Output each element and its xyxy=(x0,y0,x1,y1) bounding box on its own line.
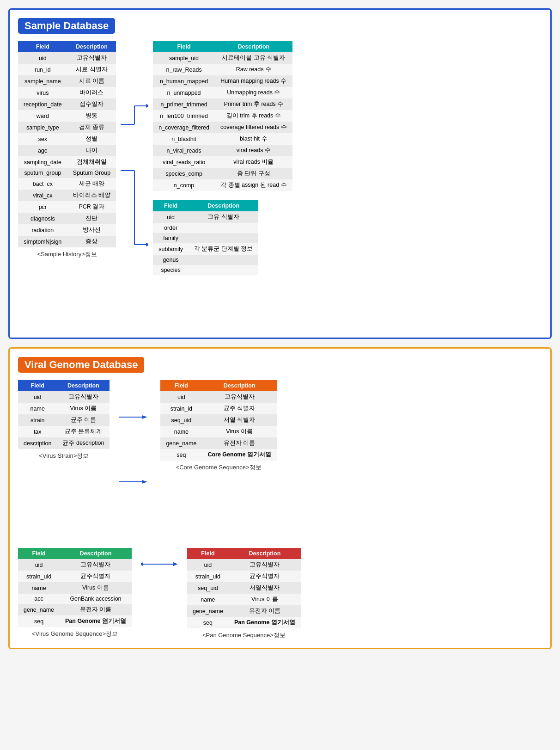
virus-genome-table: Field Description uid고유식별자strain_uid균주식별… xyxy=(18,548,132,627)
connector-lines-1 xyxy=(121,41,148,329)
vg-field-header: Field xyxy=(18,548,60,559)
table-row: seqPan Genome 염기서열 xyxy=(18,615,132,627)
table-row: strain_uid균주식별자 xyxy=(187,571,301,582)
table-row: seq_uid서열 식별자 xyxy=(160,414,276,426)
lower-connector xyxy=(141,548,178,571)
reads-field-header: Field xyxy=(153,41,215,52)
viral-connector-svg xyxy=(119,399,151,537)
table-row: family xyxy=(153,233,258,243)
viral-upper-row: Field Description uid고유식별자nameVirus 이름st… xyxy=(18,380,542,539)
table-row: seq_uid서열식별자 xyxy=(187,582,301,594)
svg-marker-12 xyxy=(142,480,147,484)
virus-strain-caption: <Virus Strain>정보 xyxy=(18,452,110,460)
table-row: viral_reads_ratioviral reads 비율 xyxy=(153,156,292,168)
table-row: virus바이러스 xyxy=(18,87,116,98)
taxonomy-table-container: Field Description uid고유 식별자orderfamilysu… xyxy=(153,200,292,275)
connector-svg-1 xyxy=(121,97,148,328)
table-row: description균주 description xyxy=(18,437,110,449)
cg-field-header: Field xyxy=(160,380,202,391)
viral-genome-section: Viral Genome Database Field Description … xyxy=(8,347,552,649)
vs-desc-header: Description xyxy=(57,380,110,391)
pan-genome-container: Field Description uid고유식별자strain_uid균주식별… xyxy=(187,548,301,639)
table-row: strain_id균주 식별자 xyxy=(160,403,276,414)
sample-history-table: Field Description uid고유식별자run_id시료 식별자sa… xyxy=(18,41,116,247)
table-row: n_unmappedUnmapping reads 수 xyxy=(153,87,292,98)
table-row: nameVirus 이름 xyxy=(18,403,110,414)
core-genome-table: Field Description uid고유식별자strain_id균주 식별… xyxy=(160,380,276,461)
tax-field-header: Field xyxy=(153,200,189,211)
table-row: species xyxy=(153,265,258,275)
table-row: age나이 xyxy=(18,145,116,156)
pg-field-header: Field xyxy=(187,548,229,559)
taxonomy-table: Field Description uid고유 식별자orderfamilysu… xyxy=(153,200,258,275)
table-row: nameVirus 이름 xyxy=(160,426,276,437)
virus-strain-table: Field Description uid고유식별자nameVirus 이름st… xyxy=(18,380,110,449)
svg-marker-9 xyxy=(142,415,147,419)
virus-genome-caption: <Virus Genome Sequence>정보 xyxy=(18,630,132,638)
table-row: pcrPCR 결과 xyxy=(18,201,116,213)
table-row: n_comp각 종별 assign 된 read 수 xyxy=(153,179,292,191)
svg-marker-3 xyxy=(146,104,148,108)
table-row: strain_uid균주식별자 xyxy=(18,571,132,582)
table-row: n_coverage_filteredcoverage filtered rea… xyxy=(153,122,292,133)
svg-marker-16 xyxy=(141,562,143,566)
core-genome-caption: <Core Genome Sequence>정보 xyxy=(160,463,276,472)
table-row: species_comp종 단위 구성 xyxy=(153,168,292,179)
tax-desc-header: Description xyxy=(189,200,258,211)
table-row: sample_name시료 이름 xyxy=(18,75,116,87)
table-row: radiation방사선 xyxy=(18,224,116,236)
table-row: uid고유식별자 xyxy=(18,559,132,571)
pg-desc-header: Description xyxy=(229,548,301,559)
virus-strain-container: Field Description uid고유식별자nameVirus 이름st… xyxy=(18,380,110,460)
table-row: n_human_mappedHuman mapping reads 수 xyxy=(153,75,292,87)
table-row: n_raw_ReadsRaw reads 수 xyxy=(153,64,292,75)
pan-genome-table: Field Description uid고유식별자strain_uid균주식별… xyxy=(187,548,301,628)
pan-genome-caption: <Pan Genome Sequence>정보 xyxy=(187,631,301,639)
table-row: viral_cx바이러스 배양 xyxy=(18,190,116,201)
table-row: accGenBank accession xyxy=(18,594,132,604)
svg-marker-7 xyxy=(146,243,148,246)
table-row: uid고유식별자 xyxy=(18,391,110,403)
cg-desc-header: Description xyxy=(202,380,276,391)
table-row: uid고유식별자 xyxy=(187,559,301,571)
table-row: tax균주 분류체계 xyxy=(18,426,110,437)
virus-genome-container: Field Description uid고유식별자strain_uid균주식별… xyxy=(18,548,132,638)
table-row: seqPan Genome 염기서열 xyxy=(187,617,301,628)
sample-db-layout: Field Description uid고유식별자run_id시료 식별자sa… xyxy=(18,41,542,329)
table-row: gene_name유전자 이름 xyxy=(187,605,301,617)
table-row: n_len100_trimmed길이 trim 후 reads 수 xyxy=(153,110,292,122)
viral-lower-row: Field Description uid고유식별자strain_uid균주식별… xyxy=(18,548,542,639)
table-row: gene_name유전자 이름 xyxy=(160,437,276,449)
table-row: n_viral_readsviral reads 수 xyxy=(153,145,292,156)
lower-connector-svg xyxy=(141,557,178,571)
table-row: uid고유식별자 xyxy=(18,52,116,64)
table-row: bact_cx세균 배양 xyxy=(18,178,116,190)
table-row: subfamily각 분류군 단계별 정보 xyxy=(153,243,258,255)
table-row: gene_name유전자 이름 xyxy=(18,604,132,615)
reads-table: Field Description sample_uid시료테이블 고유 식별자… xyxy=(153,41,292,191)
reads-table-container: Field Description sample_uid시료테이블 고유 식별자… xyxy=(153,41,292,191)
table-row: sample_uid시료테이블 고유 식별자 xyxy=(153,52,292,64)
table-row: sample_type검체 종류 xyxy=(18,122,116,133)
reads-desc-header: Description xyxy=(215,41,292,52)
table-row: simptomNjsign증상 xyxy=(18,236,116,247)
table-row: sampling_date검체채취일 xyxy=(18,156,116,168)
right-tables-container: Field Description sample_uid시료테이블 고유 식별자… xyxy=(153,41,292,275)
table-row: nameVirus 이름 xyxy=(18,582,132,594)
table-row: strain균주 이름 xyxy=(18,414,110,426)
sample-history-field-header: Field xyxy=(18,41,67,52)
viral-connector xyxy=(119,380,151,539)
table-row: run_id시료 식별자 xyxy=(18,64,116,75)
section-title: Sample Database xyxy=(18,18,542,41)
table-row: sputum_groupSputum Group xyxy=(18,168,116,178)
table-row: n_blasthitblast hit 수 xyxy=(153,133,292,145)
table-row: reception_date접수일자 xyxy=(18,98,116,110)
sample-history-caption: <Sample History>정보 xyxy=(18,250,116,258)
vg-desc-header: Description xyxy=(60,548,132,559)
svg-marker-17 xyxy=(173,562,178,566)
table-row: n_primer_trimmedPrimer trim 후 reads 수 xyxy=(153,98,292,110)
table-row: sex성별 xyxy=(18,133,116,145)
table-row: order xyxy=(153,223,258,233)
table-row: genus xyxy=(153,255,258,265)
table-row: seqCore Genome 염기서열 xyxy=(160,449,276,461)
